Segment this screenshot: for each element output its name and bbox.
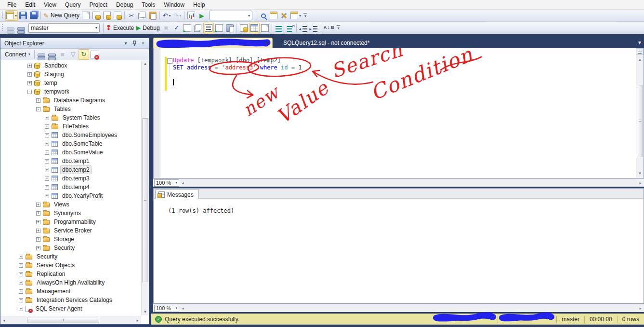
expander-icon[interactable]: + [45,185,49,190]
redo-button[interactable]: ↷▾ [172,10,183,21]
menu-tools[interactable]: Tools [137,0,159,9]
connect-button[interactable] [5,23,16,33]
menu-file[interactable]: File [3,0,21,9]
query-options-button[interactable] [193,23,203,33]
tree-item-dbo-temp1[interactable]: +dbo.temp1 [0,157,141,165]
tree-item-dbo-temp2[interactable]: +dbo.temp2 [0,165,141,174]
tree-item-views[interactable]: +Views [0,200,141,209]
stop-process-button[interactable]: ■ [57,49,68,60]
properties-window-button[interactable] [268,10,279,21]
toolbar-overflow-icon[interactable]: ▾ [335,23,342,33]
menu-view[interactable]: View [39,0,61,9]
xmla-query-button[interactable] [112,10,123,21]
menu-window[interactable]: Window [159,0,189,9]
tree-item-service-broker[interactable]: +Service Broker [0,226,141,235]
expander-icon[interactable]: + [19,289,23,294]
find-button[interactable] [258,10,268,21]
menu-edit[interactable]: Edit [21,0,39,9]
uncomment-button[interactable] [284,23,295,33]
expander-icon[interactable]: + [36,246,40,250]
cut-button[interactable]: ✂ [126,10,137,21]
debug-button[interactable]: ▶Debug [135,23,160,33]
toolbar-combo[interactable]: ▾ [209,11,252,20]
tree-item-sql-server-agent[interactable]: +SQL Server Agent [0,304,141,313]
menu-help[interactable]: Help [189,0,210,9]
tree-item-temp[interactable]: +temp [0,79,141,87]
expander-icon[interactable]: + [45,142,49,146]
expander-icon[interactable]: + [19,298,23,302]
messages-horizontal-scrollbar[interactable] [186,305,637,312]
expander-icon[interactable]: + [45,177,49,181]
pin-icon[interactable] [131,40,138,47]
scroll-down-icon[interactable]: ▼ [636,170,644,177]
decrease-indent-button[interactable] [298,23,309,33]
expander-icon[interactable]: + [45,124,49,129]
close-icon[interactable]: × [139,40,147,47]
expander-icon[interactable]: + [27,72,32,77]
tree-item-database-diagrams[interactable]: +Database Diagrams [0,96,141,105]
editor-zoom-select[interactable]: 100 %▾ [154,179,179,187]
tree-item-dbo-someemployees[interactable]: +dbo.SomeEmployees [0,131,141,139]
stop-button[interactable]: ■ [161,23,171,33]
expander-icon[interactable]: + [45,194,49,198]
increase-indent-button[interactable] [309,23,319,33]
add-new-item-button[interactable]: ▾ [5,10,18,21]
scroll-left-icon[interactable]: ◂ [179,305,186,312]
save-all-button[interactable] [28,10,39,21]
activity-monitor-button[interactable] [186,10,197,21]
database-engine-query-button[interactable] [80,10,91,21]
expander-icon[interactable]: - [27,90,32,94]
dmx-query-button[interactable] [102,10,112,21]
tree-item-replication[interactable]: +Replication [0,270,141,278]
tree-item-dbo-temp4[interactable]: +dbo.temp4 [0,183,141,191]
window-position-icon[interactable]: ▾ [122,40,130,47]
include-client-statistics-button[interactable] [224,23,235,33]
expander-icon[interactable]: + [36,211,40,216]
mdx-query-button[interactable] [91,10,102,21]
expander-icon[interactable]: + [45,168,49,172]
tree-item-dbo-sometable[interactable]: +dbo.SomeTable [0,139,141,148]
tools-button[interactable] [279,10,289,21]
tree-item-security[interactable]: +Security [0,252,141,261]
messages-zoom-select[interactable]: 100 %▾ [154,305,179,312]
paste-button[interactable] [147,10,158,21]
connect-object-explorer-button[interactable] [36,49,47,60]
tree-item-sandbox[interactable]: +Sandbox [0,61,141,70]
expander-icon[interactable]: + [45,150,49,155]
tree-item-server-objects[interactable]: +Server Objects [0,261,141,270]
execute-button[interactable]: ❢Execute [105,23,135,33]
tree-item-filetables[interactable]: +FileTables [0,122,141,131]
collapse-region-icon[interactable]: − [167,58,172,64]
toolbar-overflow-icon[interactable]: ▾ [302,11,309,20]
tree-item-security[interactable]: +Security [0,244,141,252]
editor-vertical-scrollbar[interactable]: ▲ ▼ [636,55,644,178]
tree-item-dbo-temp3[interactable]: +dbo.temp3 [0,174,141,183]
results-to-file-button[interactable] [260,23,270,33]
expander-icon[interactable]: + [36,98,40,103]
inactive-document-tab[interactable]: SQLQuery12.sql - not connected* [278,38,374,48]
tree-item-dbo-somevalue[interactable]: +dbo.SomeValue [0,148,141,157]
refresh-button[interactable]: ↻ [79,49,89,60]
results-to-grid-button[interactable] [249,23,260,33]
expander-icon[interactable]: + [19,281,23,285]
display-estimated-plan-button[interactable] [182,23,193,33]
sql-editor-surface[interactable]: − Update [tempwork].[dbo].[temp2]SET add… [153,48,644,178]
expander-icon[interactable]: + [19,307,23,311]
undo-button[interactable]: ↶▾ [161,10,172,21]
tree-item-system-tables[interactable]: +System Tables [0,113,141,122]
expander-icon[interactable]: + [36,203,40,207]
messages-pane[interactable]: (1 row(s) affected) [153,199,644,304]
scroll-right-icon[interactable]: ▸ [637,305,644,312]
menu-project[interactable]: Project [85,0,112,9]
tree-item-alwayson-high-availability[interactable]: +AlwaysOn High Availability [0,278,141,287]
expander-icon[interactable]: + [27,64,32,68]
object-explorer-vertical-scrollbar[interactable]: ▲ ▼ [141,60,149,315]
scroll-down-icon[interactable]: ▼ [142,308,149,315]
disconnect-button[interactable] [47,49,57,60]
start-button[interactable]: ▶ [197,10,207,21]
parse-button[interactable]: ✓ [171,23,182,33]
results-to-text-button[interactable] [238,23,249,33]
specify-values-button[interactable]: A︰B [323,23,335,33]
object-explorer-horizontal-scrollbar[interactable]: ◂ ▸ [0,316,141,324]
tree-item-tables[interactable]: -Tables [0,105,141,113]
